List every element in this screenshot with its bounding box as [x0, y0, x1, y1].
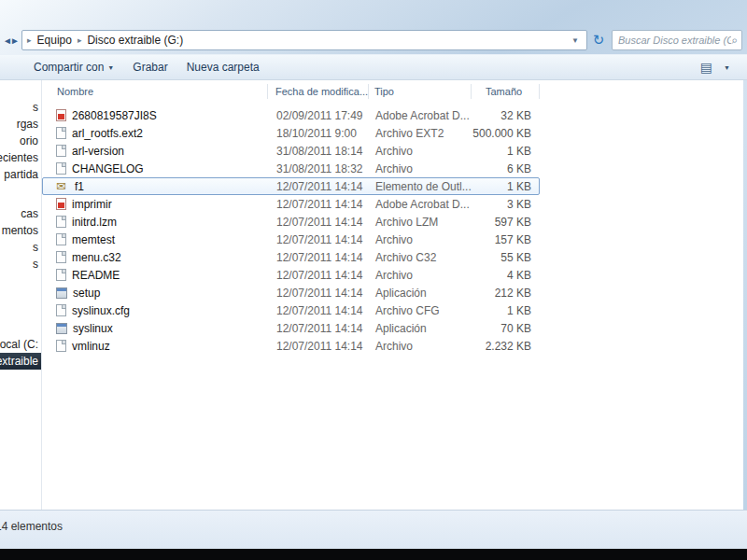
file-size: 157 KB	[472, 233, 541, 246]
share-with-button[interactable]: Compartir con▼	[24, 58, 123, 77]
file-type: Elemento de Outl...	[370, 180, 472, 193]
file-name: initrd.lzm	[72, 216, 117, 229]
new-folder-button[interactable]: Nueva carpeta	[177, 58, 269, 77]
sidebar-item[interactable]: s	[0, 256, 41, 273]
nav-buttons[interactable]: ◄►	[3, 35, 21, 46]
file-type: Archivo C32	[370, 251, 472, 264]
file-name: memtest	[72, 233, 115, 246]
file-name-cell: setup	[43, 287, 269, 300]
file-row[interactable]: vmlinuz12/07/2011 14:14Archivo2.232 KB	[42, 337, 540, 355]
file-name: 2680819587JI8S	[72, 109, 157, 122]
column-header-name[interactable]: Nombre	[42, 84, 268, 99]
file-row[interactable]: arl-version31/08/2011 18:14Archivo1 KB	[42, 142, 540, 160]
file-date: 12/07/2011 14:14	[269, 269, 370, 282]
file-size: 70 KB	[472, 322, 541, 335]
file-row[interactable]: initrd.lzm12/07/2011 14:14Archivo LZM597…	[42, 213, 540, 231]
file-icon	[56, 340, 66, 352]
file-row[interactable]: syslinux.cfg12/07/2011 14:14Archivo CFG1…	[42, 301, 540, 319]
titlebar	[0, 0, 747, 26]
share-with-label: Compartir con	[34, 61, 104, 74]
file-row[interactable]: menu.c3212/07/2011 14:14Archivo C3255 KB	[42, 248, 540, 266]
file-row[interactable]: syslinux12/07/2011 14:14Aplicación70 KB	[42, 319, 540, 337]
sidebar-item-selected[interactable]: extraible	[0, 353, 41, 370]
file-name-cell: imprimir	[43, 198, 269, 211]
sidebar-item[interactable]: s	[0, 239, 41, 256]
file-size: 1 KB	[472, 180, 541, 193]
column-headers: Nombre Fecha de modifica... Tipo Tamaño	[42, 82, 747, 101]
file-size: 55 KB	[472, 251, 541, 264]
sidebar-item[interactable]: recientes	[0, 149, 41, 166]
taskbar	[0, 549, 747, 560]
file-list-pane: Nombre Fecha de modifica... Tipo Tamaño …	[42, 80, 747, 510]
sidebar-item[interactable]: rgas	[0, 116, 41, 133]
search-input[interactable]: Buscar Disco extraible (G:) ⌕	[612, 30, 742, 50]
file-row-selected[interactable]: f112/07/2011 14:14Elemento de Outl...1 K…	[42, 177, 540, 195]
views-icon[interactable]: ▤	[700, 61, 712, 74]
address-row: ◄► ▸ Equipo ▸ Disco extraible (G:) ▼ ↻ B…	[0, 26, 747, 54]
file-row[interactable]: README12/07/2011 14:14Archivo4 KB	[42, 266, 540, 284]
sidebar-item[interactable]: s	[0, 99, 41, 116]
sidebar-item[interactable]: cas	[0, 205, 41, 222]
file-size: 1 KB	[472, 145, 541, 158]
file-type: Archivo LZM	[370, 216, 472, 229]
file-row[interactable]: setup12/07/2011 14:14Aplicación212 KB	[42, 284, 540, 301]
file-name-cell: syslinux.cfg	[43, 304, 269, 317]
file-size: 1 KB	[472, 304, 541, 317]
column-header-size[interactable]: Tamaño	[472, 84, 540, 99]
item-count: 14 elementos	[0, 520, 63, 533]
file-name-cell: arl_rootfs.ext2	[43, 127, 269, 140]
file-type: Adobe Acrobat D...	[370, 198, 472, 211]
sidebar-item[interactable]: partida	[0, 166, 41, 183]
sidebar-item[interactable]: mentos	[0, 222, 41, 239]
file-type: Aplicación	[370, 322, 472, 335]
file-name: vmlinuz	[72, 340, 110, 353]
new-folder-label: Nueva carpeta	[187, 61, 260, 74]
file-row[interactable]: imprimir12/07/2011 14:14Adobe Acrobat D.…	[42, 195, 540, 213]
file-name-cell: syslinux	[43, 322, 269, 335]
file-size: 597 KB	[472, 216, 541, 229]
refresh-icon: ↻	[593, 32, 605, 49]
file-date: 02/09/2011 17:49	[269, 109, 370, 122]
file-type: Archivo	[370, 340, 472, 353]
column-header-type[interactable]: Tipo	[369, 84, 472, 99]
file-name: menu.c32	[72, 251, 121, 264]
file-name-cell: memtest	[43, 233, 269, 246]
burn-button[interactable]: Grabar	[123, 58, 176, 77]
file-rows: 2680819587JI8S02/09/2011 17:49Adobe Acro…	[42, 106, 540, 355]
sidebar-item[interactable]: orio	[0, 133, 41, 149]
file-name-cell: 2680819587JI8S	[43, 109, 269, 122]
sidebar-group: casmentosss	[0, 205, 41, 273]
app-icon	[56, 287, 67, 299]
file-row[interactable]: memtest12/07/2011 14:14Archivo157 KB	[42, 231, 540, 248]
refresh-button[interactable]: ↻	[587, 30, 610, 50]
file-name-cell: menu.c32	[43, 251, 269, 264]
file-name-cell: arl-version	[43, 145, 269, 158]
file-date: 12/07/2011 14:14	[269, 340, 370, 353]
column-header-date[interactable]: Fecha de modifica...	[268, 84, 369, 99]
pdf-icon	[56, 109, 66, 121]
file-date: 12/07/2011 14:14	[269, 198, 370, 211]
file-name: imprimir	[72, 198, 112, 211]
file-size: 212 KB	[472, 287, 541, 300]
file-size: 2.232 KB	[472, 340, 541, 353]
file-name: setup	[73, 287, 100, 300]
file-row[interactable]: arl_rootfs.ext218/10/2011 9:00Archivo EX…	[42, 124, 540, 142]
file-row[interactable]: 2680819587JI8S02/09/2011 17:49Adobe Acro…	[42, 106, 540, 124]
file-type: Archivo	[370, 233, 472, 246]
breadcrumb-item-equipo[interactable]: Equipo	[33, 34, 77, 47]
file-type: Archivo EXT2	[370, 127, 472, 140]
back-icon[interactable]: ◄	[3, 35, 10, 46]
breadcrumb[interactable]: ▸ Equipo ▸ Disco extraible (G:) ▼	[21, 30, 587, 50]
sidebar-item[interactable]: local (C:	[0, 336, 41, 353]
breadcrumb-item-drive[interactable]: Disco extraible (G:)	[82, 34, 188, 47]
breadcrumb-dropdown-icon[interactable]: ▼	[568, 36, 583, 45]
file-name: syslinux	[73, 322, 113, 335]
navigation-pane: srgasoriorecientespartidacasmentosssloca…	[0, 80, 42, 510]
sidebar-group: srgasoriorecientespartida	[0, 99, 41, 183]
views-dropdown-icon[interactable]: ▼	[714, 62, 740, 74]
file-size: 4 KB	[472, 269, 541, 282]
file-row[interactable]: CHANGELOG31/08/2011 18:32Archivo6 KB	[42, 160, 540, 177]
file-type: Archivo CFG	[370, 304, 472, 317]
details-pane: 14 elementos	[0, 510, 747, 549]
forward-icon[interactable]: ►	[10, 35, 18, 46]
